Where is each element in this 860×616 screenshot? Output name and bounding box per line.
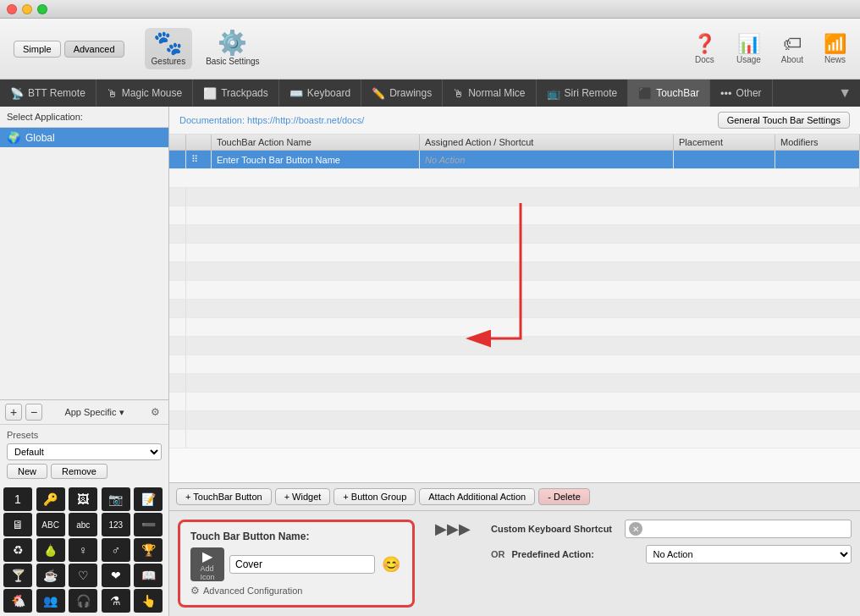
add-touchbar-button[interactable]: + TouchBar Button (176, 488, 272, 505)
add-icon-label: AddIcon (200, 564, 214, 581)
clear-shortcut-button[interactable]: ✕ (629, 522, 642, 536)
cell-checkbox[interactable] (169, 151, 186, 168)
right-config: Custom Keyboard Shortcut ✕ OR Predefined… (491, 520, 852, 564)
maximize-button[interactable] (37, 4, 47, 14)
tab-drawings[interactable]: ✏️ Drawings (361, 80, 443, 107)
table-row[interactable] (169, 206, 860, 225)
sidebar-item-global[interactable]: 🌍 Global (0, 128, 168, 147)
presets-select[interactable]: Default (7, 443, 162, 460)
cell-modifiers (775, 151, 860, 168)
general-settings-button[interactable]: General Touch Bar Settings (718, 112, 850, 129)
icon-123[interactable]: 123 (102, 513, 130, 536)
other-icon: ••• (720, 87, 732, 100)
advanced-button[interactable]: Advanced (64, 41, 124, 58)
tab-touchbar[interactable]: ⬛ TouchBar (628, 80, 710, 107)
docs-item[interactable]: ❓ Docs (693, 33, 716, 64)
table-row[interactable] (169, 374, 860, 393)
icon-img[interactable]: 🖼 (69, 487, 97, 511)
button-name-input[interactable] (229, 555, 375, 574)
trackpad-icon: ⬜ (203, 87, 217, 100)
icon-people[interactable]: 👥 (36, 589, 65, 613)
sidebar-actions: + − App Specific ▾ ⚙ (0, 400, 168, 425)
icon-heart[interactable]: ❤ (102, 564, 130, 587)
simple-button[interactable]: Simple (14, 41, 61, 58)
icon-abc-lower[interactable]: abc (69, 513, 97, 536)
icon-cocktail[interactable]: 🍸 (3, 564, 32, 587)
icon-monitor[interactable]: 🖥 (3, 513, 32, 536)
col-placement: Placement (674, 135, 775, 150)
attach-action-button[interactable]: Attach Additional Action (419, 488, 535, 505)
table-row[interactable] (169, 300, 860, 318)
delete-button[interactable]: - Delete (538, 488, 590, 505)
icon-minus[interactable]: ➖ (134, 513, 163, 536)
add-button[interactable]: + (5, 404, 22, 421)
icon-point[interactable]: 👆 (134, 589, 163, 613)
table-row[interactable] (169, 355, 860, 374)
remove-button[interactable]: − (25, 404, 42, 421)
tab-btt-remote[interactable]: 📡 BTT Remote (0, 80, 96, 107)
news-item[interactable]: 📶 News (824, 33, 846, 64)
close-button[interactable] (7, 4, 17, 14)
icon-cam[interactable]: 📷 (102, 487, 130, 511)
remove-preset-button[interactable]: Remove (51, 464, 108, 479)
app-specific-dropdown[interactable]: App Specific ▾ (46, 407, 143, 418)
paw-icon: 🐾 (153, 31, 183, 55)
table-row[interactable] (169, 188, 860, 206)
table-row[interactable] (169, 393, 860, 411)
emoji-button[interactable]: 😊 (380, 553, 402, 575)
predefined-select[interactable]: No Action (646, 545, 852, 564)
presets-buttons: New Remove (7, 464, 162, 479)
about-item[interactable]: 🏷 About (781, 33, 803, 64)
icon-1[interactable]: 1 (3, 487, 32, 511)
tag-icon: 🏷 (783, 33, 802, 55)
icon-chicken[interactable]: 🐔 (3, 589, 32, 613)
table-row[interactable] (169, 337, 860, 355)
minimize-button[interactable] (22, 4, 32, 14)
tab-siri-remote[interactable]: 📺 Siri Remote (537, 80, 629, 107)
table-row[interactable] (169, 225, 860, 244)
shortcut-input[interactable]: ✕ (625, 520, 852, 538)
doc-link[interactable]: Documentation: https://http://boastr.net… (179, 115, 364, 125)
table-row[interactable] (169, 262, 860, 281)
icon-key[interactable]: 🔑 (36, 487, 65, 511)
icon-male[interactable]: ♂ (102, 538, 130, 562)
basic-settings-tool[interactable]: ⚙️ Basic Settings (199, 28, 266, 69)
icon-female[interactable]: ♀ (69, 538, 97, 562)
add-icon-button[interactable]: ▶ AddIcon (190, 547, 224, 581)
filter-icon[interactable]: ▼ (830, 80, 860, 107)
table-row[interactable]: ⠿ Enter Touch Bar Button Name No Action (169, 151, 860, 169)
table-row[interactable] (169, 244, 860, 262)
tab-normal-mice[interactable]: 🖱 Normal Mice (443, 80, 536, 107)
table-row[interactable] (169, 318, 860, 337)
icon-heart-outline[interactable]: ♡ (69, 564, 97, 587)
add-widget-button[interactable]: + Widget (275, 488, 331, 505)
icon-headphones[interactable]: 🎧 (69, 589, 97, 613)
tab-keyboard[interactable]: ⌨️ Keyboard (279, 80, 361, 107)
icon-flask[interactable]: ⚗ (102, 589, 130, 613)
new-preset-button[interactable]: New (7, 464, 47, 479)
icon-book[interactable]: 📖 (134, 564, 163, 587)
advanced-config-label[interactable]: Advanced Configuration (203, 586, 302, 596)
table-row[interactable] (169, 430, 860, 448)
icon-note[interactable]: 📝 (134, 487, 163, 511)
icon-coffee[interactable]: ☕ (36, 564, 65, 587)
usage-item[interactable]: 📊 Usage (736, 33, 761, 64)
doc-bar: Documentation: https://http://boastr.net… (169, 107, 860, 135)
col-checkbox (169, 135, 186, 150)
table-row[interactable] (169, 169, 860, 188)
action-bar: + TouchBar Button + Widget + Button Grou… (169, 482, 860, 510)
drawings-icon: ✏️ (372, 87, 385, 100)
add-button-group-button[interactable]: + Button Group (334, 488, 416, 505)
icon-recycle[interactable]: ♻ (3, 538, 32, 562)
table-row[interactable] (169, 411, 860, 430)
sidebar-gear-icon[interactable]: ⚙ (146, 404, 163, 421)
icon-trophy[interactable]: 🏆 (134, 538, 163, 562)
table-row[interactable] (169, 281, 860, 300)
tab-other[interactable]: ••• Other (710, 80, 773, 107)
chart-icon: 📊 (737, 33, 760, 55)
tab-trackpads[interactable]: ⬜ Trackpads (193, 80, 279, 107)
icon-pear[interactable]: 🍐 (36, 538, 65, 562)
icon-abc-upper[interactable]: ABC (36, 513, 65, 536)
gestures-tool[interactable]: 🐾 Gestures (145, 28, 193, 69)
tab-magic-mouse[interactable]: 🖱 Magic Mouse (96, 80, 193, 107)
